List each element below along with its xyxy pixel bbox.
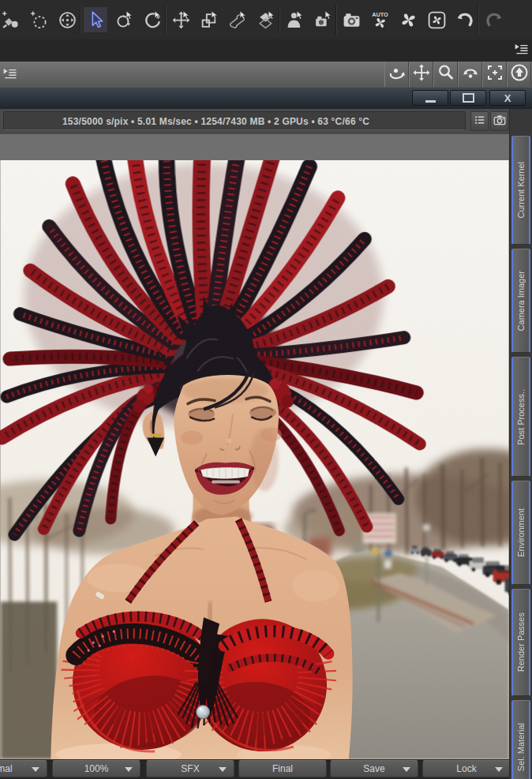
tab-label: Camera Imager bbox=[516, 271, 526, 331]
main-toolbar: AUTO bbox=[0, 0, 532, 40]
render-history-button[interactable] bbox=[470, 111, 489, 131]
auto-headlamp-icon[interactable]: AUTO bbox=[368, 7, 392, 32]
bottom-lock-button[interactable]: Lock bbox=[422, 760, 509, 777]
tab-current-kernel[interactable]: Current Kernel bbox=[511, 136, 530, 245]
toolbar-separator bbox=[166, 5, 167, 35]
pan-icon bbox=[412, 63, 431, 85]
pane-options-icon[interactable] bbox=[514, 42, 530, 58]
render-viewport[interactable] bbox=[0, 134, 509, 759]
translate-tool-icon[interactable] bbox=[169, 7, 193, 32]
orbit-icon bbox=[388, 63, 406, 85]
tab-label: Post Process.. bbox=[516, 389, 526, 445]
bottom-final-button[interactable]: Final bbox=[238, 760, 327, 777]
tab-label: Sel. Material bbox=[516, 723, 526, 771]
pan-button[interactable] bbox=[409, 62, 433, 87]
bone-tool-icon[interactable] bbox=[226, 7, 249, 32]
rotate-view-icon bbox=[461, 63, 480, 85]
universal-tool-icon[interactable] bbox=[0, 7, 22, 32]
toolbar-separator bbox=[478, 5, 479, 35]
tab-sel-material[interactable]: Sel. Material bbox=[511, 700, 530, 779]
tab-label: Current Kernel bbox=[516, 162, 526, 219]
render-window: AUTO X 153/5000 s/pix • 5.01 Ms/sec • 12… bbox=[0, 0, 532, 779]
home-view-button[interactable] bbox=[507, 62, 531, 87]
bottom-100-button[interactable]: 100% bbox=[52, 760, 140, 777]
lasso-select-icon[interactable] bbox=[27, 7, 51, 32]
figure-select-icon[interactable] bbox=[283, 7, 306, 32]
orbit-button[interactable] bbox=[384, 62, 409, 87]
render-history-icon bbox=[473, 113, 487, 130]
window-titlebar: X bbox=[0, 88, 532, 110]
toolbar-separator bbox=[81, 5, 81, 35]
redo-icon[interactable] bbox=[481, 7, 505, 32]
dropdown-arrow-icon bbox=[219, 767, 227, 772]
button-label: rmal bbox=[0, 763, 13, 774]
toolbar-separator bbox=[279, 5, 280, 35]
button-label: 100% bbox=[84, 763, 109, 774]
close-icon: X bbox=[504, 93, 511, 103]
frame-view-icon bbox=[485, 63, 504, 85]
headlamp-icon[interactable] bbox=[396, 7, 420, 32]
rotate-tool-icon[interactable] bbox=[140, 7, 164, 32]
render-bottom-bar: rmal100%SFXFinalSaveLock bbox=[0, 759, 509, 779]
pane-options-icon[interactable] bbox=[2, 66, 18, 82]
home-view-icon bbox=[510, 63, 529, 85]
button-label: Lock bbox=[456, 763, 476, 774]
secondary-bar bbox=[0, 39, 532, 62]
bottom-rmal-button[interactable]: rmal bbox=[0, 760, 47, 777]
snapshot-icon bbox=[493, 113, 507, 130]
dropdown-arrow-icon bbox=[403, 767, 410, 772]
zoom-icon bbox=[436, 63, 455, 85]
dropdown-arrow-icon bbox=[32, 767, 39, 772]
dropdown-arrow-icon bbox=[495, 767, 503, 772]
button-label: Save bbox=[363, 763, 384, 774]
minimize-icon bbox=[425, 100, 436, 103]
tab-render-passes[interactable]: Render Passes bbox=[511, 589, 530, 696]
render-image bbox=[0, 160, 509, 759]
render-camera-icon[interactable] bbox=[339, 7, 363, 32]
tab-label: Environment bbox=[516, 508, 526, 557]
frame-view-button[interactable] bbox=[482, 62, 507, 87]
tab-post-process[interactable]: Post Process.. bbox=[511, 357, 530, 477]
undo-icon[interactable] bbox=[453, 7, 477, 32]
headlamp-settings-icon[interactable] bbox=[425, 7, 448, 32]
snapshot-button[interactable] bbox=[490, 111, 508, 131]
tab-camera-imager[interactable]: Camera Imager bbox=[511, 249, 530, 353]
spot-render-icon[interactable] bbox=[311, 7, 335, 32]
viewport-orb-icon[interactable] bbox=[55, 7, 79, 32]
maximize-icon bbox=[463, 93, 474, 103]
rotate-view-button[interactable] bbox=[458, 62, 482, 87]
scale-tool-icon[interactable] bbox=[197, 7, 221, 32]
bottom-save-button[interactable]: Save bbox=[330, 760, 418, 777]
render-settings-tabstrip: Current KernelCamera ImagerPost Process.… bbox=[509, 109, 532, 779]
button-label: Final bbox=[272, 763, 293, 774]
toolbar-separator bbox=[336, 5, 337, 35]
dropdown-arrow-icon bbox=[125, 767, 133, 772]
minimize-button[interactable] bbox=[412, 90, 448, 106]
button-label: SFX bbox=[181, 763, 199, 774]
zoom-button[interactable] bbox=[433, 62, 458, 87]
maximize-button[interactable] bbox=[450, 90, 486, 106]
rotate-node-icon[interactable] bbox=[112, 7, 136, 32]
render-progress-text: 153/5000 s/pix • 5.01 Ms/sec • 1254/7430… bbox=[3, 111, 466, 130]
bottom-sfx-button[interactable]: SFX bbox=[146, 760, 234, 777]
tab-environment[interactable]: Environment bbox=[511, 481, 530, 585]
svg-text:AUTO: AUTO bbox=[372, 10, 388, 17]
viewport-toolbar bbox=[0, 62, 532, 88]
surface-select-icon[interactable] bbox=[254, 7, 278, 32]
render-status-bar: 153/5000 s/pix • 5.01 Ms/sec • 1254/7430… bbox=[0, 109, 509, 134]
close-button[interactable]: X bbox=[489, 90, 526, 106]
tab-label: Render Passes bbox=[516, 612, 526, 672]
select-pointer-icon[interactable] bbox=[84, 7, 107, 32]
